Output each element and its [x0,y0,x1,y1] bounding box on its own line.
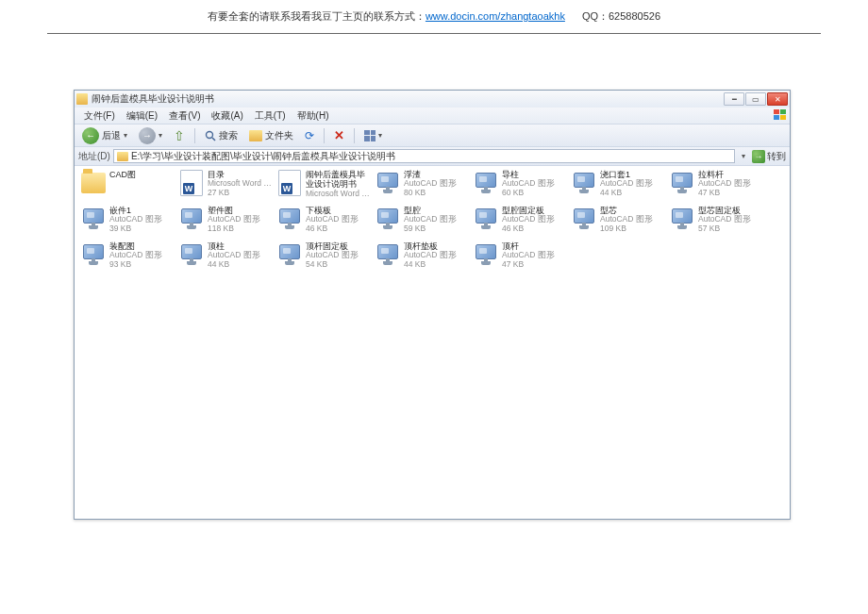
file-item[interactable]: 装配图AutoCAD 图形93 KB [78,240,176,275]
file-type: AutoCAD 图形 [404,215,469,224]
file-type: AutoCAD 图形 [600,215,665,224]
file-item[interactable]: 导柱AutoCAD 图形60 KB [471,168,569,204]
titlebar[interactable]: 闹钟后盖模具毕业设计说明书 ━ ▭ ✕ [75,91,790,108]
file-item[interactable]: 浇口套1AutoCAD 图形44 KB [569,168,667,204]
file-type: AutoCAD 图形 [404,179,469,189]
delete-button[interactable]: ✕ [330,126,348,144]
file-type: AutoCAD 图形 [306,251,371,260]
forward-button[interactable]: → ▾ [135,125,166,146]
file-size: 59 KB [404,224,469,234]
minimize-button[interactable]: ━ [724,92,744,106]
file-item[interactable]: 拉料杆AutoCAD 图形47 KB [667,168,765,204]
file-item[interactable]: 目录Microsoft Word 文...27 KB [176,168,275,204]
file-item[interactable]: 塑件图AutoCAD 图形118 KB [176,204,275,240]
autocad-dwg-icon [179,207,204,231]
svg-rect-2 [774,115,779,120]
autocad-dwg-icon [179,242,204,267]
file-item[interactable]: 顶杆垫板AutoCAD 图形44 KB [373,240,471,275]
go-button[interactable]: → 转到 [752,150,786,163]
menu-favorites[interactable]: 收藏(A) [206,108,248,124]
file-size: 60 KB [502,189,567,198]
autocad-dwg-icon [376,242,400,267]
file-size: 54 KB [306,260,371,270]
file-type: AutoCAD 图形 [502,215,567,224]
addressbar: 地址(D) E:\学习\毕业设计装配图\毕业设计\闹钟后盖模具毕业设计说明书 ▾… [75,147,790,166]
svg-rect-1 [780,109,786,114]
file-name: 闹钟后盖模具毕业设计说明书 [306,170,371,190]
word-doc-icon [180,170,203,196]
page-header: 有要全套的请联系我看我豆丁主页的联系方式：www.docin.com/zhang… [0,0,868,29]
file-name: 型腔固定板 [502,206,567,215]
explorer-window: 闹钟后盖模具毕业设计说明书 ━ ▭ ✕ 文件(F) 编辑(E) 查看(V) 收藏… [74,90,791,520]
file-name: CAD图 [109,170,175,179]
autocad-dwg-icon [376,207,400,231]
header-link[interactable]: www.docin.com/zhangtaoakhk [426,10,565,22]
menu-tools[interactable]: 工具(T) [249,108,292,124]
autocad-dwg-icon [474,171,498,195]
file-item[interactable]: 型腔AutoCAD 图形59 KB [373,204,471,240]
file-type: AutoCAD 图形 [502,251,567,260]
up-button[interactable]: ⇧ [170,126,189,145]
file-name: 下模板 [306,206,371,215]
file-size: 47 KB [502,260,567,270]
autocad-dwg-icon [572,207,596,231]
file-item[interactable]: 顶柱AutoCAD 图形44 KB [176,240,275,275]
file-name: 装配图 [109,241,175,251]
toolbar-separator [194,128,195,143]
file-item[interactable]: 下模板AutoCAD 图形46 KB [275,204,373,240]
file-item[interactable]: 嵌件1AutoCAD 图形39 KB [78,204,176,240]
file-item[interactable]: 闹钟后盖模具毕业设计说明书Microsoft Word 文... [275,168,373,204]
file-item[interactable]: 顶杆AutoCAD 图形47 KB [471,240,569,275]
file-name: 导柱 [502,170,567,179]
file-size: 44 KB [208,260,273,270]
folder-up-icon: ⇧ [174,128,185,143]
address-input[interactable]: E:\学习\毕业设计装配图\毕业设计\闹钟后盖模具毕业设计说明书 [113,149,735,163]
sync-icon: ⟳ [305,129,314,142]
file-type: AutoCAD 图形 [698,179,763,189]
file-type: AutoCAD 图形 [109,215,175,224]
file-name: 顶杆垫板 [404,241,469,251]
file-type: AutoCAD 图形 [109,251,175,260]
file-size: 39 KB [109,224,175,234]
folders-icon [249,130,262,141]
close-button[interactable]: ✕ [767,92,788,106]
menu-help[interactable]: 帮助(H) [292,108,335,124]
views-button[interactable]: ▾ [360,128,386,143]
menu-view[interactable]: 查看(V) [163,108,206,124]
file-item[interactable]: 型芯AutoCAD 图形109 KB [569,204,667,240]
file-size: 109 KB [600,224,665,234]
file-size: 46 KB [502,224,567,234]
svg-line-5 [212,138,215,141]
menu-edit[interactable]: 编辑(E) [121,108,163,124]
file-item[interactable]: CAD图 [78,168,176,204]
file-item[interactable]: 浮渣AutoCAD 图形80 KB [373,168,471,204]
file-type: Microsoft Word 文... [208,179,273,189]
maximize-button[interactable]: ▭ [745,92,766,106]
file-size: 46 KB [306,224,371,234]
sync-button[interactable]: ⟳ [301,127,318,144]
header-divider [47,33,821,34]
back-button[interactable]: ← 后退 ▾ [78,125,131,146]
file-size: 44 KB [404,260,469,270]
address-dropdown[interactable]: ▾ [738,152,749,160]
folder-icon [76,93,88,105]
folders-button[interactable]: 文件夹 [245,127,297,144]
autocad-dwg-icon [81,207,106,231]
file-name: 浮渣 [404,170,469,179]
file-item[interactable]: 型腔固定板AutoCAD 图形46 KB [471,204,569,240]
file-item[interactable]: 型芯固定板AutoCAD 图形57 KB [667,204,765,240]
delete-x-icon: ✕ [334,128,344,142]
file-name: 嵌件1 [109,206,175,215]
menu-file[interactable]: 文件(F) [78,108,121,124]
autocad-dwg-icon [376,171,400,195]
word-doc-icon [278,170,301,196]
search-button[interactable]: 搜索 [201,127,242,144]
header-pretext: 有要全套的请联系我看我豆丁主页的联系方式： [208,10,426,22]
file-name: 目录 [208,170,273,179]
file-item[interactable]: 顶杆固定板AutoCAD 图形54 KB [275,240,373,275]
views-icon [364,130,376,141]
file-name: 顶杆固定板 [306,241,371,251]
file-size: 27 KB [208,189,273,198]
window-title: 闹钟后盖模具毕业设计说明书 [92,92,724,106]
autocad-dwg-icon [277,242,302,267]
